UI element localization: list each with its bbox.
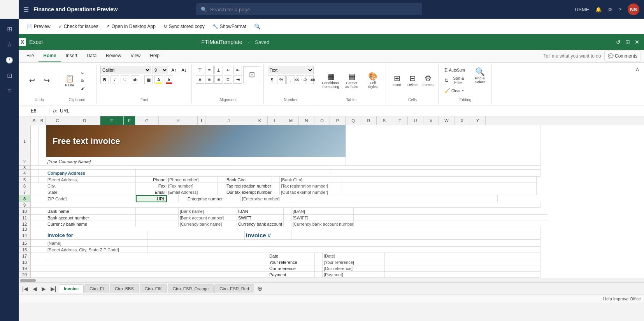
row-num-11[interactable]: 11 [19,215,30,221]
cell-c11[interactable]: Bank account number [46,215,136,221]
comma-button[interactable]: , [286,75,295,84]
close-excel-icon[interactable]: ✕ [635,39,639,45]
tell-me-input[interactable]: Tell me what you want to do [540,51,604,61]
cell-styles-button[interactable]: 🎨 Cell Styles [363,70,383,90]
col-header-g[interactable]: G [135,116,159,125]
row-num-20[interactable]: 20 [19,272,30,278]
cell-f7[interactable]: [Email Address] [167,189,218,195]
cell-ab17[interactable] [31,253,46,259]
cell-c19[interactable] [46,265,268,272]
row-13-all[interactable] [31,227,540,231]
cell-right4[interactable] [330,170,540,177]
cell-ab20[interactable] [31,272,46,278]
col-header-o[interactable]: O [314,116,330,125]
cell-ab10[interactable] [31,208,46,215]
row-num-9[interactable]: 9 [19,202,30,208]
tab-view[interactable]: View [126,50,145,62]
cell-b14[interactable]: Invoice for [46,231,147,240]
col-header-i[interactable]: I [198,116,205,125]
cell-g5[interactable] [218,177,225,183]
cell-ab15[interactable] [31,240,46,247]
col-header-e[interactable]: E [100,116,124,125]
sheet-tab-first[interactable]: |◀ [20,285,30,293]
tab-giro-bbs[interactable]: Giro_BBS [110,284,139,293]
cell-f8[interactable] [167,195,179,202]
fill-color-button[interactable]: A [154,75,163,84]
restore-icon[interactable]: ↺ [616,39,621,45]
cell-rest8[interactable] [303,195,498,202]
row-num-13[interactable]: 13 [19,227,30,231]
increase-decimal-button[interactable]: .0→.00 [305,75,314,84]
cell-ab6[interactable] [31,183,46,189]
cell-d12[interactable] [136,221,179,227]
cell-d10[interactable] [136,208,179,215]
format-painter-button[interactable]: 🖌 [79,85,93,92]
cell-f11[interactable]: [Bank account number] [179,215,229,221]
col-header-q[interactable]: Q [346,116,361,125]
row-num-18[interactable]: 18 [19,259,30,265]
font-color-button[interactable]: A [165,75,173,84]
cell-rest19[interactable] [385,265,540,272]
cell-rest15[interactable] [147,240,540,247]
cell-e6[interactable]: Fax [136,183,167,189]
font-name-select[interactable]: Calibri [100,66,151,74]
cell-a1[interactable] [31,125,39,157]
sheet-tab-last[interactable]: ▶| [49,285,58,293]
row-9-all[interactable] [31,202,540,208]
font-size-select[interactable]: 9 [153,66,168,74]
cell-f12[interactable]: [Currency bank name] [179,221,229,227]
row-num-16[interactable]: 16 [19,247,30,253]
cell-e7[interactable]: Email [136,189,167,195]
row-num-17[interactable]: 17 [19,253,30,259]
number-format-select[interactable]: Text [268,66,314,74]
align-center-button[interactable]: ≡ [205,75,214,84]
cell-rest10[interactable] [354,208,548,215]
col-header-m[interactable]: M [283,116,299,125]
cut-button[interactable]: ✂ [79,70,93,77]
col-header-p[interactable]: P [330,116,346,125]
border-button[interactable]: ▦ [144,75,153,84]
row-num-15[interactable]: 15 [19,240,30,247]
row-num-8[interactable]: 8 [19,195,30,202]
cell-ab8[interactable] [31,195,46,202]
cell-rest-r1[interactable] [346,125,540,157]
cell-i19[interactable] [315,265,323,272]
cell-rest14[interactable] [291,231,540,240]
col-header-w[interactable]: W [439,116,454,125]
format-as-table-button[interactable]: ▤ Format as Table [342,70,361,90]
col-header-l[interactable]: L [268,116,283,125]
align-bottom-button[interactable]: ⊥ [214,66,223,74]
italic-button[interactable]: I [111,75,119,84]
col-header-h[interactable]: H [159,116,198,125]
cell-h10[interactable]: IBAN [237,208,284,215]
sheet-tab-next[interactable]: ▶ [40,285,48,293]
cell-j17[interactable]: [Date] [323,253,385,259]
cell-h7[interactable]: Our tax exempt number [225,189,272,195]
wrap-merge-big-button[interactable]: ⊡ [243,66,260,83]
tab-review[interactable]: Review [101,50,126,62]
cell-c16[interactable]: [Street Address, City, State ZIP Code] [46,247,147,253]
cell-c12[interactable]: Currency bank name [46,221,136,227]
col-header-c[interactable]: C [46,116,69,125]
tab-help[interactable]: Help [145,50,164,62]
cell-h11[interactable]: SWIFT [237,215,284,221]
delete-cells-button[interactable]: ⊟ Delete [405,72,419,88]
cell-g6[interactable] [218,183,225,189]
h-scroll-thumb[interactable] [20,279,36,282]
cell-j12[interactable]: [Currency bank account number] [291,221,354,227]
cell-c7[interactable]: State [46,189,136,195]
cell-rest16[interactable] [147,247,540,253]
col-header-x[interactable]: X [454,116,470,125]
horizontal-scrollbar[interactable] [19,278,644,282]
sidebar-star-icon[interactable]: ☆ [2,37,16,51]
invoice-banner-cell[interactable]: Free text invoice [46,125,346,157]
cell-j20[interactable]: [Payment] [323,272,385,278]
increase-font-button[interactable]: A↑ [170,66,178,74]
undo-button[interactable]: ↩ [25,75,39,86]
col-header-k[interactable]: K [252,116,268,125]
decrease-font-button[interactable]: A↓ [180,66,188,74]
cell-rest-r2[interactable] [346,157,540,166]
cell-ab12[interactable] [31,221,46,227]
cell-g10[interactable] [229,208,237,215]
tab-file[interactable]: File [22,50,39,62]
